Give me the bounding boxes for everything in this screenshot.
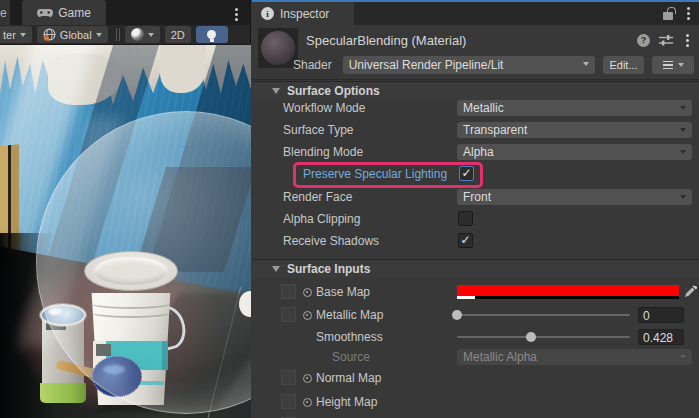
material-header: SpecularBlending (Material) ? Shader Uni… bbox=[252, 25, 699, 80]
game-tabbar: e Game bbox=[0, 0, 250, 25]
foldout-triangle-icon bbox=[272, 88, 280, 94]
row-source: Source Metallic Alpha bbox=[252, 346, 699, 368]
slider-knob[interactable] bbox=[452, 310, 462, 320]
chevron-down-icon bbox=[583, 62, 589, 66]
game-panel: e Game ter Global 2D bbox=[0, 0, 251, 418]
shaded-sphere-icon bbox=[131, 28, 144, 41]
inspector-tabbar: i Inspector bbox=[252, 2, 699, 25]
row-preserve-specular: Preserve Specular Lighting ✓ bbox=[252, 163, 699, 185]
row-base-map: Base Map bbox=[252, 281, 699, 303]
material-menu-kebab-icon[interactable] bbox=[682, 32, 693, 49]
object-picker-icon[interactable] bbox=[303, 374, 312, 383]
blending-mode-dropdown[interactable]: Alpha bbox=[457, 144, 692, 160]
pivot-button[interactable]: ter bbox=[0, 26, 32, 43]
edit-shader-button[interactable]: Edit... bbox=[603, 56, 645, 74]
chevron-down-icon bbox=[148, 33, 154, 37]
surface-inputs-header[interactable]: Surface Inputs bbox=[252, 259, 699, 278]
row-metallic-map: Metallic Map 0 bbox=[252, 304, 699, 326]
object-picker-icon[interactable] bbox=[303, 398, 312, 407]
row-surface-type: Surface Type Transparent bbox=[252, 119, 699, 141]
2d-toggle-button[interactable]: 2D bbox=[165, 26, 191, 43]
scene-lighting-toggle-button[interactable] bbox=[196, 26, 228, 43]
height-map-label: Height Map bbox=[316, 395, 377, 409]
shader-row: Shader Universal Render Pipeline/Lit Edi… bbox=[293, 56, 694, 74]
shader-label: Shader bbox=[293, 58, 335, 72]
chevron-down-icon bbox=[680, 106, 686, 110]
alpha-bar bbox=[457, 296, 679, 299]
game-menu-kebab-icon[interactable] bbox=[231, 6, 242, 23]
shader-list-button[interactable] bbox=[652, 56, 694, 74]
scene-plaster-patch bbox=[160, 45, 206, 93]
surface-type-dropdown[interactable]: Transparent bbox=[457, 122, 692, 138]
surface-type-label: Surface Type bbox=[283, 123, 354, 137]
metallic-slider[interactable] bbox=[457, 307, 630, 322]
lock-icon[interactable] bbox=[663, 12, 673, 20]
row-blending-mode: Blending Mode Alpha bbox=[252, 141, 699, 163]
chevron-down-icon bbox=[678, 63, 684, 67]
metallic-map-label: Metallic Map bbox=[316, 308, 383, 322]
chevron-down-icon bbox=[96, 33, 102, 37]
chevron-down-icon bbox=[20, 33, 26, 37]
inspector-tabbar-right bbox=[354, 2, 699, 25]
base-map-label: Base Map bbox=[316, 285, 370, 299]
foldout-triangle-icon bbox=[272, 266, 280, 272]
material-preview-sphere-icon bbox=[261, 31, 295, 65]
metallic-map-texture-slot[interactable] bbox=[281, 307, 296, 322]
chevron-down-icon bbox=[680, 150, 686, 154]
inspector-panel: i Inspector SpecularBlending (Material) … bbox=[252, 0, 699, 418]
base-map-texture-slot[interactable] bbox=[281, 284, 296, 299]
lightbulb-icon bbox=[207, 30, 216, 39]
object-picker-icon[interactable] bbox=[303, 311, 312, 320]
source-dropdown: Metallic Alpha bbox=[457, 349, 692, 365]
source-label: Source bbox=[332, 350, 370, 364]
smoothness-label: Smoothness bbox=[316, 330, 383, 344]
orientation-button[interactable]: Global bbox=[37, 26, 108, 43]
normal-map-texture-slot[interactable] bbox=[281, 370, 296, 385]
preserve-specular-label: Preserve Specular Lighting bbox=[303, 167, 447, 181]
material-title: SpecularBlending (Material) bbox=[306, 33, 466, 48]
blending-mode-label: Blending Mode bbox=[283, 145, 363, 159]
info-icon: i bbox=[261, 7, 274, 20]
unity-editor: e Game ter Global 2D bbox=[0, 0, 699, 418]
row-receive-shadows: Receive Shadows ✓ bbox=[252, 230, 699, 252]
chevron-down-icon bbox=[680, 128, 686, 132]
tab-scene-partial[interactable]: e bbox=[0, 0, 10, 25]
workflow-mode-dropdown[interactable]: Metallic bbox=[457, 100, 692, 116]
presets-icon[interactable] bbox=[659, 34, 673, 46]
shader-dropdown[interactable]: Universal Render Pipeline/Lit bbox=[343, 56, 595, 74]
object-picker-icon[interactable] bbox=[303, 288, 312, 297]
slider-knob[interactable] bbox=[526, 332, 536, 342]
tab-game[interactable]: Game bbox=[22, 0, 106, 25]
base-map-color-swatch[interactable] bbox=[457, 285, 679, 299]
row-render-face: Render Face Front bbox=[252, 186, 699, 208]
preserve-specular-checkbox[interactable]: ✓ bbox=[459, 166, 474, 181]
metallic-value-field[interactable]: 0 bbox=[638, 307, 684, 323]
tab-inspector[interactable]: i Inspector bbox=[252, 2, 354, 25]
game-viewport[interactable] bbox=[0, 45, 251, 418]
render-face-label: Render Face bbox=[283, 190, 352, 204]
row-next-partial bbox=[252, 414, 699, 418]
row-smoothness: Smoothness 0.428 bbox=[252, 326, 699, 348]
game-toolbar: ter Global 2D bbox=[0, 25, 250, 45]
normal-map-label: Normal Map bbox=[316, 371, 381, 385]
eyedropper-icon[interactable] bbox=[684, 285, 697, 298]
smoothness-value-field[interactable]: 0.428 bbox=[638, 329, 684, 345]
workflow-mode-label: Workflow Mode bbox=[283, 101, 365, 115]
chevron-down-icon bbox=[680, 355, 686, 359]
tab-inspector-label: Inspector bbox=[280, 7, 329, 21]
alpha-clipping-checkbox[interactable] bbox=[458, 211, 473, 226]
receive-shadows-checkbox[interactable]: ✓ bbox=[458, 233, 473, 248]
inspector-menu-kebab-icon[interactable] bbox=[683, 5, 694, 22]
shading-mode-button[interactable] bbox=[125, 26, 160, 43]
globe-icon bbox=[43, 28, 56, 41]
receive-shadows-label: Receive Shadows bbox=[283, 234, 379, 248]
row-height-map: Height Map bbox=[252, 391, 699, 413]
height-map-texture-slot[interactable] bbox=[281, 394, 296, 409]
render-face-dropdown[interactable]: Front bbox=[457, 189, 692, 205]
gamepad-icon bbox=[37, 8, 53, 18]
material-preview[interactable] bbox=[258, 28, 298, 68]
help-icon[interactable]: ? bbox=[637, 34, 650, 47]
smoothness-slider[interactable] bbox=[457, 329, 630, 344]
alpha-clipping-label: Alpha Clipping bbox=[283, 212, 360, 226]
toolbar-separator bbox=[116, 28, 117, 41]
